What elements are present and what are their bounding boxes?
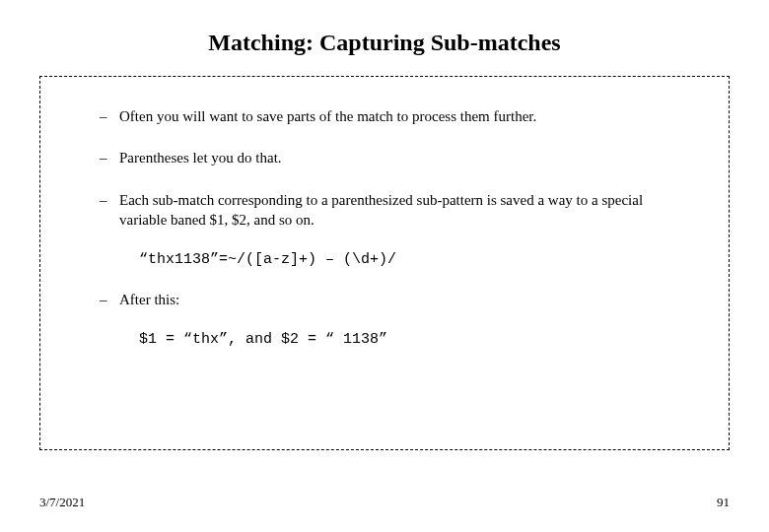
footer-page-number: 91 xyxy=(717,495,730,510)
bullet-text: Each sub-match corresponding to a parent… xyxy=(119,190,689,231)
bullet-item: – Parentheses let you do that. xyxy=(100,148,689,167)
bullet-item: – Often you will want to save parts of t… xyxy=(100,106,689,126)
bullet-text: Parentheses let you do that. xyxy=(119,148,689,167)
footer: 3/7/2021 91 xyxy=(39,495,730,510)
code-line: “thx1138”=~/([a-z]+) – (\d+)/ xyxy=(139,251,689,268)
bullet-dash: – xyxy=(100,148,119,167)
bullet-item: – After this: xyxy=(100,290,689,309)
code-line: $1 = “thx”, and $2 = “ 1138” xyxy=(139,331,689,348)
bullet-dash: – xyxy=(100,106,119,126)
footer-date: 3/7/2021 xyxy=(39,495,85,510)
content-box: – Often you will want to save parts of t… xyxy=(39,76,730,450)
slide-title: Matching: Capturing Sub-matches xyxy=(39,30,730,56)
bullet-text: After this: xyxy=(119,290,689,309)
bullet-item: – Each sub-match corresponding to a pare… xyxy=(100,190,689,231)
bullet-text: Often you will want to save parts of the… xyxy=(119,106,689,126)
bullet-dash: – xyxy=(100,190,119,210)
bullet-dash: – xyxy=(100,290,119,309)
